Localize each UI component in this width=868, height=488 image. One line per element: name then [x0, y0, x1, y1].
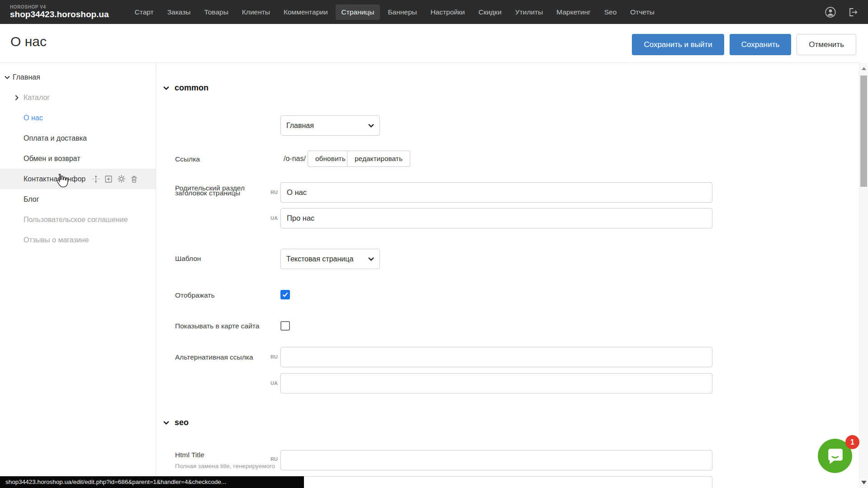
tree-item-obmen-i-vozvrat[interactable]: Обмен и возврат	[0, 148, 156, 169]
scroll-down-arrow-icon[interactable]	[861, 481, 867, 484]
tree-item-blog[interactable]: Блог	[0, 189, 156, 209]
section-seo-title: seo	[175, 418, 189, 427]
nav-item-start[interactable]: Старт	[129, 5, 160, 20]
tree-item-label: Блог	[24, 195, 39, 204]
tree-item-label: Каталог	[24, 94, 50, 102]
nav-item-pages[interactable]: Страницы	[336, 5, 380, 20]
delete-icon[interactable]	[130, 175, 138, 183]
save-button[interactable]: Сохранить	[730, 34, 791, 55]
parent-section-select[interactable]: Главная	[280, 115, 380, 136]
logout-icon[interactable]	[847, 7, 858, 18]
link-edit-button[interactable]: редактировать	[347, 151, 410, 167]
nav-item-reports[interactable]: Отчеты	[624, 5, 660, 20]
page-title-field-label: заголовок страницы	[175, 189, 240, 197]
html-title-label: Html Title	[175, 451, 204, 459]
logo-domain-label: shop34423.horoshop.ua	[10, 10, 109, 19]
nav-item-utilities[interactable]: Утилиты	[509, 5, 549, 20]
nav-item-marketing[interactable]: Маркетинг	[550, 5, 596, 20]
chevron-down-icon	[368, 123, 374, 128]
nav-item-orders[interactable]: Заказы	[161, 5, 197, 20]
tree-item-label: Главная	[13, 73, 40, 81]
tree-item-glavnaya[interactable]: Главная	[0, 67, 156, 87]
settings-icon[interactable]	[117, 175, 126, 183]
add-icon[interactable]	[104, 175, 113, 183]
chevron-down-icon[interactable]	[5, 76, 10, 79]
page-title-ru-input[interactable]	[280, 182, 712, 203]
tree-item-polzovatelskoe-soglashenie[interactable]: Пользовательское соглашение	[0, 209, 156, 230]
account-icon[interactable]	[825, 6, 836, 18]
chevron-down-icon	[163, 421, 169, 425]
alt-link-ru-input[interactable]	[280, 347, 712, 367]
lang-badge-ru: RU	[265, 456, 278, 462]
chevron-down-icon	[368, 257, 374, 261]
page-title-ua-input[interactable]	[280, 208, 712, 228]
nav-item-clients[interactable]: Клиенты	[236, 5, 276, 20]
page-header: О нас Сохранить и выйти Сохранить Отмени…	[0, 24, 868, 62]
chevron-down-icon	[163, 86, 169, 90]
page-edit-form: common Родительский раздел Главная Ссылк…	[157, 63, 859, 488]
chat-bubble-icon	[825, 446, 844, 465]
main-nav: Старт Заказы Товары Клиенты Комментарии …	[129, 5, 660, 20]
parent-section-value: Главная	[286, 122, 368, 130]
nav-item-discounts[interactable]: Скидки	[473, 5, 508, 20]
tree-item-label: Контактная инфор	[24, 175, 85, 183]
section-common-title: common	[175, 83, 209, 93]
nav-item-seo[interactable]: Seo	[598, 5, 623, 20]
tree-item-label: Обмен и возврат	[24, 155, 80, 163]
save-and-exit-button[interactable]: Сохранить и выйти	[632, 34, 724, 55]
html-title-ru-input[interactable]	[280, 450, 712, 470]
shop-logo[interactable]: HOROSHOP V4 shop34423.horoshop.ua	[10, 5, 109, 19]
link-label: Ссылка	[175, 155, 200, 163]
nav-item-products[interactable]: Товары	[198, 5, 234, 20]
tree-item-katalog[interactable]: Каталог	[0, 87, 156, 108]
top-navigation-bar: HOROSHOP V4 shop34423.horoshop.ua Старт …	[0, 0, 868, 24]
chevron-right-icon[interactable]	[15, 95, 19, 100]
display-label: Отображать	[175, 291, 215, 299]
tree-item-kontaktnaya-informatsiya[interactable]: Контактная инфор	[0, 169, 156, 189]
scrollbar-thumb[interactable]	[860, 76, 867, 187]
scroll-up-arrow-icon[interactable]	[862, 67, 866, 70]
tree-item-label: Отзывы о магазине	[24, 236, 89, 244]
tree-item-o-nas[interactable]: О нас	[0, 108, 156, 128]
page-title: О нас	[10, 34, 47, 49]
nav-item-banners[interactable]: Баннеры	[382, 5, 422, 20]
link-preview-statusbar: shop34423.horoshop.ua/edit/edit.php?id=6…	[0, 476, 304, 488]
cancel-button[interactable]: Отменить	[797, 34, 856, 55]
link-path-value: /o-nas/	[284, 155, 306, 163]
sitemap-label: Показывать в карте сайта	[175, 322, 259, 330]
template-select[interactable]: Текстовая страница	[280, 249, 380, 269]
move-icon[interactable]	[92, 175, 100, 183]
nav-item-comments[interactable]: Комментарии	[278, 5, 334, 20]
lang-badge-ru: RU	[265, 354, 278, 360]
html-title-hint: Полная замена title, генерируемого	[175, 463, 275, 469]
tree-item-label: Пользовательское соглашение	[24, 216, 128, 224]
link-refresh-button[interactable]: обновить	[308, 151, 353, 167]
sitemap-checkbox[interactable]	[280, 321, 290, 331]
lang-badge-ua: UA	[265, 215, 278, 221]
nav-item-settings[interactable]: Настройки	[425, 5, 471, 20]
tree-item-oplata-i-dostavka[interactable]: Оплата и доставка	[0, 128, 156, 148]
pages-tree-sidebar: Главная Каталог О нас Оплата и доставка …	[0, 63, 156, 488]
template-label: Шаблон	[175, 255, 201, 263]
lang-badge-ua: UA	[265, 380, 278, 386]
chat-notification-badge: 1	[845, 435, 859, 449]
html-title-ua-input[interactable]	[280, 476, 712, 488]
tree-item-label: О нас	[24, 114, 43, 122]
alt-link-label: Альтернативная ссылка	[175, 353, 253, 361]
lang-badge-ru: RU	[265, 190, 278, 195]
display-checkbox[interactable]	[280, 290, 290, 299]
tree-item-otzyvy-o-magazine[interactable]: Отзывы о магазине	[0, 230, 156, 250]
tree-item-label: Оплата и доставка	[24, 134, 87, 142]
alt-link-ua-input[interactable]	[280, 373, 712, 393]
template-value: Текстовая страница	[286, 255, 368, 263]
section-common-header[interactable]: common	[163, 83, 209, 93]
vertical-scrollbar[interactable]	[859, 63, 868, 488]
section-seo-header[interactable]: seo	[163, 418, 189, 427]
